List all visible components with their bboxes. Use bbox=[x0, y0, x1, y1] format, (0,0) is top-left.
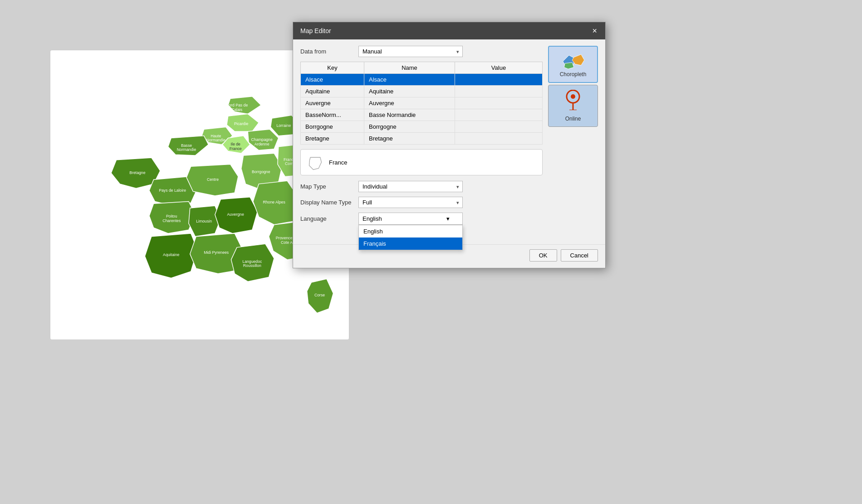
map-editor-dialog: Map Editor × Data from Manual Dataset bbox=[293, 22, 606, 268]
cancel-button[interactable]: Cancel bbox=[561, 249, 598, 262]
table-cell-value bbox=[455, 133, 543, 145]
language-row: Language English ▾ English Français bbox=[300, 213, 543, 225]
display-name-type-select[interactable]: Full Short bbox=[358, 197, 463, 208]
svg-text:Borrgogne: Borrgogne bbox=[252, 170, 270, 174]
online-icon bbox=[565, 90, 581, 114]
table-cell-key: Alsace bbox=[301, 74, 364, 86]
map-type-label: Map Type bbox=[300, 183, 355, 190]
svg-text:Normandie: Normandie bbox=[177, 147, 196, 152]
choropleth-icon bbox=[561, 51, 585, 69]
data-from-select[interactable]: Manual Dataset bbox=[358, 46, 463, 57]
svg-text:Picardie: Picardie bbox=[234, 121, 249, 126]
table-row[interactable]: Auvergne Auvergne bbox=[301, 97, 543, 109]
table-cell-name: Aquitaine bbox=[364, 86, 455, 97]
svg-text:Centre: Centre bbox=[207, 177, 219, 182]
table-row[interactable]: Alsace Alsace bbox=[301, 74, 543, 86]
online-option[interactable]: Online bbox=[548, 85, 598, 127]
map-type-row: Map Type Individual Grouped bbox=[300, 181, 543, 192]
table-cell-name: Borrgogne bbox=[364, 121, 455, 133]
table-cell-key: BasseNorm... bbox=[301, 109, 364, 121]
svg-text:Ardenne: Ardenne bbox=[255, 142, 269, 146]
svg-marker-53 bbox=[309, 157, 322, 170]
table-cell-name: Basse Normandie bbox=[364, 109, 455, 121]
svg-text:Lorraine: Lorraine bbox=[276, 123, 291, 128]
svg-text:Haute: Haute bbox=[211, 134, 221, 138]
svg-text:Normandie: Normandie bbox=[206, 138, 225, 142]
svg-marker-55 bbox=[572, 54, 584, 65]
language-label: Language bbox=[300, 213, 355, 222]
language-option-english[interactable]: English bbox=[359, 225, 462, 237]
svg-text:Nord Pas de: Nord Pas de bbox=[226, 103, 248, 107]
table-cell-value bbox=[455, 109, 543, 121]
table-cell-key: Borrgogne bbox=[301, 121, 364, 133]
data-table-wrapper: Key Name Value Alsace Alsace Aquitaine A… bbox=[300, 62, 543, 145]
table-cell-name: Auvergne bbox=[364, 97, 455, 109]
dialog-title: Map Editor bbox=[300, 27, 331, 34]
table-cell-value bbox=[455, 74, 543, 86]
data-from-row: Data from Manual Dataset bbox=[300, 46, 543, 57]
dialog-main: Data from Manual Dataset Key Name Value bbox=[300, 46, 543, 242]
table-cell-key: Bretagne bbox=[301, 133, 364, 145]
table-cell-value bbox=[455, 86, 543, 97]
col-header-key: Key bbox=[301, 62, 364, 74]
svg-point-58 bbox=[571, 94, 575, 99]
map-type-select-wrapper: Individual Grouped bbox=[358, 181, 463, 192]
svg-text:Basse: Basse bbox=[181, 143, 192, 148]
language-dropdown: English Français bbox=[358, 225, 463, 250]
close-button[interactable]: × bbox=[591, 27, 598, 35]
language-select-wrapper: English ▾ English Français bbox=[358, 213, 463, 225]
language-dropdown-arrow: ▾ bbox=[446, 215, 450, 222]
map-selection-name: France bbox=[329, 159, 347, 166]
table-cell-key: Aquitaine bbox=[301, 86, 364, 97]
map-selection-box[interactable]: France bbox=[300, 149, 543, 175]
data-from-select-wrapper: Manual Dataset bbox=[358, 46, 463, 57]
table-row[interactable]: Bretagne Bretagne bbox=[301, 133, 543, 145]
dialog-sidebar: Choropleth Online bbox=[548, 46, 598, 242]
table-cell-name: Alsace bbox=[364, 74, 455, 86]
table-row[interactable]: Borrgogne Borrgogne bbox=[301, 121, 543, 133]
col-header-value: Value bbox=[455, 62, 543, 74]
table-cell-value bbox=[455, 97, 543, 109]
france-mini-icon bbox=[307, 154, 323, 170]
svg-text:Auvergne: Auvergne bbox=[227, 212, 244, 217]
table-cell-key: Auvergne bbox=[301, 97, 364, 109]
svg-text:Limousin: Limousin bbox=[196, 219, 212, 223]
display-name-type-select-wrapper: Full Short bbox=[358, 197, 463, 208]
dialog-body: Data from Manual Dataset Key Name Value bbox=[293, 39, 605, 242]
svg-text:Aquitaine: Aquitaine bbox=[163, 252, 179, 257]
language-selected-value: English bbox=[362, 215, 382, 222]
map-type-select[interactable]: Individual Grouped bbox=[358, 181, 463, 192]
table-row[interactable]: BasseNorm... Basse Normandie bbox=[301, 109, 543, 121]
svg-text:Languedoc: Languedoc bbox=[242, 259, 262, 264]
choropleth-option[interactable]: Choropleth bbox=[548, 46, 598, 83]
table-body: Alsace Alsace Aquitaine Aquitaine Auverg… bbox=[301, 74, 543, 145]
svg-text:Bretagne: Bretagne bbox=[129, 170, 145, 175]
choropleth-label: Choropleth bbox=[560, 71, 587, 78]
svg-text:Midi Pyrenees: Midi Pyrenees bbox=[204, 250, 229, 255]
display-name-type-label: Display Name Type bbox=[300, 199, 355, 206]
svg-text:Roussillon: Roussillon bbox=[243, 263, 261, 268]
svg-text:Corse: Corse bbox=[314, 293, 325, 297]
online-label: Online bbox=[565, 116, 581, 122]
svg-text:Poitou: Poitou bbox=[166, 214, 177, 218]
data-table: Key Name Value Alsace Alsace Aquitaine A… bbox=[300, 62, 543, 145]
svg-text:Champagne: Champagne bbox=[251, 137, 273, 142]
svg-text:Charentes: Charentes bbox=[162, 218, 181, 223]
table-cell-value bbox=[455, 121, 543, 133]
svg-text:Ile de: Ile de bbox=[231, 142, 240, 146]
language-select-display[interactable]: English ▾ bbox=[358, 213, 463, 225]
table-row[interactable]: Aquitaine Aquitaine bbox=[301, 86, 543, 97]
svg-text:France: France bbox=[230, 146, 242, 151]
ok-button[interactable]: OK bbox=[529, 249, 557, 262]
dialog-titlebar: Map Editor × bbox=[293, 22, 605, 39]
svg-text:Pays de Laloire: Pays de Laloire bbox=[159, 188, 186, 193]
table-cell-name: Bretagne bbox=[364, 133, 455, 145]
language-option-francais[interactable]: Français bbox=[359, 237, 462, 250]
display-name-type-row: Display Name Type Full Short bbox=[300, 197, 543, 208]
svg-marker-56 bbox=[564, 63, 573, 69]
data-from-label: Data from bbox=[300, 48, 355, 55]
col-header-name: Name bbox=[364, 62, 455, 74]
svg-text:Calais: Calais bbox=[231, 107, 243, 112]
svg-text:Rhone Alpes: Rhone Alpes bbox=[263, 200, 286, 204]
